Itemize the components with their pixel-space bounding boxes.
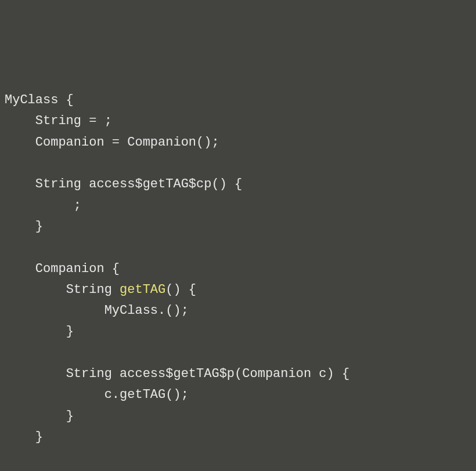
code-line: String getTAG() { (5, 280, 471, 300)
code-token: String (66, 282, 120, 297)
code-line (5, 448, 471, 469)
code-line: } (5, 216, 471, 237)
code-line: c.getTAG(); (5, 385, 471, 405)
code-token: } (66, 409, 74, 423)
code-line: helloWorld() { (5, 469, 471, 471)
code-token: MyClass.(); (96, 303, 188, 318)
code-line (5, 237, 471, 258)
code-line: ; (5, 195, 471, 216)
code-line: MyClass.(); (5, 300, 471, 321)
code-line: Companion { (5, 259, 471, 280)
code-line: MyClass { (5, 90, 471, 111)
code-token: c.getTAG(); (96, 387, 188, 402)
method-name-highlight: getTAG (120, 282, 165, 297)
code-token: String = ; (35, 114, 112, 128)
code-line: String = ; (5, 111, 471, 132)
code-token: () { (165, 282, 196, 297)
code-line: Companion = Companion(); (5, 132, 471, 153)
code-token: Companion { (35, 262, 120, 276)
code-token: Companion = Companion(); (35, 135, 219, 150)
code-token: MyClass { (5, 93, 74, 107)
code-line: } (5, 406, 471, 427)
code-token: } (35, 430, 43, 444)
code-line: } (5, 321, 471, 342)
code-token: } (66, 324, 74, 339)
code-line: String access$getTAG$cp() { (5, 174, 471, 195)
code-token: String access$getTAG$p(Companion c) { (66, 367, 349, 381)
code-token: ; (66, 198, 81, 213)
code-token: String access$getTAG$cp() { (35, 177, 242, 191)
code-line: } (5, 427, 471, 448)
code-block: MyClass { String = ; Companion = Compani… (5, 90, 471, 471)
code-line (5, 343, 471, 364)
code-line: String access$getTAG$p(Companion c) { (5, 364, 471, 385)
code-token: } (35, 219, 43, 234)
code-line (5, 153, 471, 174)
